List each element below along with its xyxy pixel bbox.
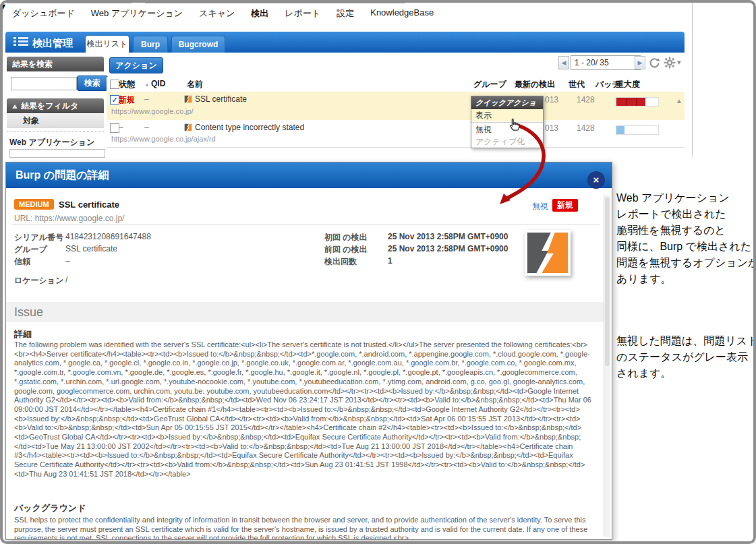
field-first-detect-label: 初回 の検出	[324, 232, 368, 243]
collapse-icon	[12, 104, 18, 109]
tab-burp[interactable]: Burp	[133, 36, 168, 53]
dialog-url: URL: https://www.google.co.jp/	[14, 214, 124, 223]
pagination-input[interactable]	[571, 55, 641, 70]
latest-detection-cell: 013	[545, 95, 558, 104]
col-qid[interactable]: QID	[151, 79, 165, 88]
burp-mini-icon	[184, 123, 192, 131]
burp-issue-dialog: Burp の問題の詳細 × MEDIUM SSL certificate 無視 …	[5, 162, 612, 540]
issue-section-header: Issue	[6, 302, 604, 322]
field-serial-label: シリアル番号	[14, 232, 63, 243]
severity-bar	[616, 97, 659, 107]
field-confidence-label: 信頼	[14, 256, 30, 268]
next-page-button[interactable]: ▶	[635, 56, 645, 69]
search-button[interactable]: 検索	[77, 75, 108, 91]
severity-bar	[616, 125, 659, 135]
col-generation[interactable]: 世代	[569, 79, 585, 90]
tab-detection-list[interactable]: 検出リスト	[86, 36, 129, 53]
top-crop-strip	[7, 0, 132, 3]
field-location-value: /	[65, 275, 67, 284]
menu-item-webapp[interactable]: Web アプリケーション	[91, 7, 183, 20]
qid-cell: –	[144, 123, 149, 132]
main-menu: ダッシュボード Web アプリケーション スキャン 検出 レポート 設定 Kno…	[12, 7, 434, 20]
background-text: SSL helps to protect the confidentiality…	[14, 516, 597, 540]
background-heading: バックグラウンド	[14, 502, 86, 514]
field-last-detect-value: 25 Nov 2013 2:58PM GMT+0900	[388, 244, 508, 253]
gear-menu-chevron[interactable]: ▾	[677, 58, 681, 67]
row-checkbox[interactable]	[110, 123, 119, 133]
finding-name[interactable]: Content type incorrectly stated	[195, 123, 304, 132]
table-row[interactable]: ✓ 新規 – SSL certificate https://www.googl…	[107, 92, 685, 121]
finding-url: https://www.google.co.jp/ajax/rd	[111, 135, 216, 143]
field-location-label: ロケーション	[14, 275, 63, 286]
table-row[interactable]: – – Content type incorrectly stated http…	[107, 120, 685, 148]
screenshot-root: ダッシュボード Web アプリケーション スキャン 検出 レポート 設定 Kno…	[0, 0, 756, 544]
tab-bugcrowd[interactable]: Bugcrowd	[171, 36, 225, 53]
row-checkbox[interactable]: ✓	[110, 95, 119, 104]
field-count-label: 検出回数	[324, 256, 357, 268]
col-latest-detection[interactable]: 最新の検出	[515, 79, 555, 90]
field-group-value: SSL certificate	[65, 244, 117, 253]
prev-page-button[interactable]: ◀	[558, 56, 569, 69]
menu-item-dashboard[interactable]: ダッシュボード	[12, 7, 75, 20]
quick-action-menu-title: クイックアクション	[471, 96, 543, 109]
table-header: 状態 ▲ QID 名前 グループ 最新の検出 世代 バッチ 重大度	[107, 77, 685, 92]
menu-item-report[interactable]: レポート	[285, 7, 320, 20]
detail-text: The following problem was identified wit…	[14, 340, 597, 479]
menu-item-knowledgebase[interactable]: KnowledgeBase	[370, 7, 434, 20]
sidebar-filter-header[interactable]: 結果をフィルタ	[7, 98, 104, 113]
scrollbar-thumb[interactable]	[605, 198, 610, 366]
refresh-icon[interactable]	[649, 57, 660, 69]
scroll-up-icon[interactable]: ▲	[676, 97, 682, 104]
select-all-checkbox[interactable]	[110, 80, 119, 89]
burp-mini-icon	[184, 95, 192, 103]
severity-medium-badge: MEDIUM	[14, 199, 54, 210]
qid-cell: –	[144, 94, 149, 104]
sidebar-search-header: 結果を検索	[7, 57, 104, 71]
field-serial-value: 4184231208691647488	[65, 232, 151, 241]
status-badge: 新規	[119, 94, 135, 106]
top-crop-strip	[145, 0, 405, 3]
menu-item-settings[interactable]: 設定	[337, 7, 354, 20]
close-icon[interactable]: ×	[587, 171, 605, 189]
menu-item-scan[interactable]: スキャン	[199, 7, 235, 20]
field-group-label: グループ	[14, 244, 47, 255]
sidebar-item-target[interactable]: 対象	[7, 114, 104, 128]
sort-asc-icon[interactable]: ▲	[144, 82, 150, 88]
dialog-title: Burp の問題の詳細	[16, 169, 109, 181]
dialog-issue-name: SSL certificate	[59, 200, 119, 210]
finding-name[interactable]: SSL certificate	[195, 94, 247, 104]
sidebar-webapp-filter-input[interactable]	[9, 149, 105, 158]
burp-logo	[525, 230, 571, 276]
col-group[interactable]: グループ	[473, 79, 506, 90]
detail-heading: 詳細	[14, 328, 32, 340]
field-last-detect-label: 前回 の検出	[324, 244, 368, 255]
sidebar-divider	[7, 131, 104, 132]
finding-url: https://www.google.co.jp/	[111, 107, 194, 115]
col-status[interactable]: 状態	[119, 79, 135, 90]
generation-cell: 1428	[577, 95, 595, 104]
field-count-value: 1	[388, 256, 392, 266]
sidebar-search-input[interactable]	[11, 77, 77, 90]
menu-item-detection[interactable]: 検出	[251, 7, 268, 20]
dialog-scrollbar[interactable]	[604, 195, 610, 537]
generation-cell: 1428	[577, 123, 595, 133]
col-name[interactable]: 名前	[187, 79, 203, 90]
annotation-paragraph: 無視した問題は、問題リスト のステータスがグレー表示 されます。	[616, 333, 755, 382]
action-button[interactable]: アクション (1) ▾	[109, 57, 163, 73]
field-confidence-value: –	[65, 256, 70, 266]
status-cell: –	[119, 123, 123, 132]
gear-icon[interactable]	[664, 57, 676, 69]
field-first-detect-value: 25 Nov 2013 2:58PM GMT+0900	[388, 232, 508, 241]
app-window-border	[692, 0, 693, 156]
hand-cursor-icon	[507, 117, 522, 133]
section-title: 検出管理	[32, 37, 73, 50]
divider	[11, 224, 600, 225]
annotation-paragraph: Web アプリケーション レポートで検出された 脆弱性を無視するのと 同様に、B…	[616, 190, 755, 287]
list-icon	[13, 37, 28, 48]
col-severity[interactable]: 重大度	[616, 79, 640, 90]
sidebar-item-webapp[interactable]: Web アプリケーション	[9, 137, 94, 148]
